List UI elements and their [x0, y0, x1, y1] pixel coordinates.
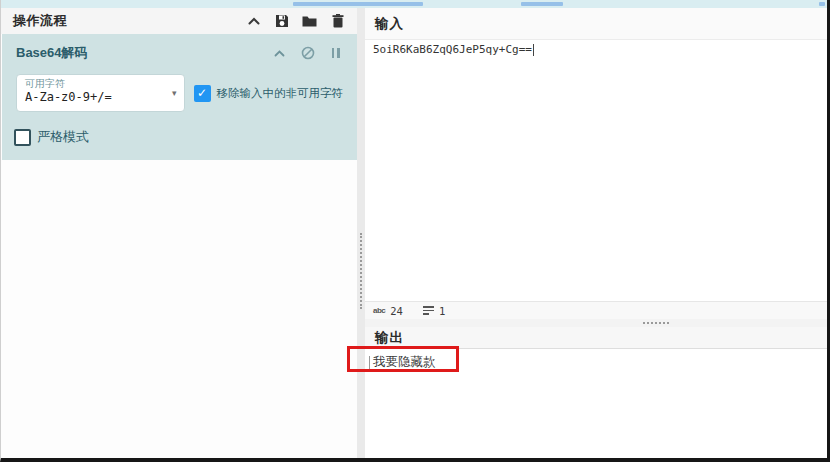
input-header: 输入	[365, 8, 827, 40]
alphabet-select-value: A-Za-z0-9+/=	[25, 90, 162, 105]
cyberchef-app: 操作流程	[0, 0, 830, 462]
operation-arguments: 可用字符 A-Za-z0-9+/= ▾ ✓ 移除输入中的非可用字符	[16, 74, 343, 112]
remove-non-alphabet-checkbox-row[interactable]: ✓ 移除输入中的非可用字符	[194, 85, 344, 102]
line-count-value: 1	[439, 305, 445, 317]
checkbox-checked-icon[interactable]: ✓	[194, 85, 211, 102]
collapse-operation-button[interactable]	[272, 46, 287, 61]
char-count-item: abc 24	[373, 305, 403, 317]
breakpoint-pause-icon[interactable]	[328, 46, 343, 61]
output-area[interactable]: 我要隐藏款	[365, 349, 827, 458]
strict-mode-checkbox-row[interactable]: 严格模式	[14, 128, 343, 146]
output-cursor	[369, 356, 370, 369]
splitter-grip-icon	[360, 233, 362, 309]
operation-title: Base64解码	[16, 44, 272, 62]
disable-icon	[301, 46, 315, 60]
operation-actions	[272, 46, 343, 61]
alphabet-select-label: 可用字符	[25, 78, 162, 90]
save-icon	[275, 14, 289, 28]
recipe-panel-actions	[246, 14, 345, 29]
save-recipe-button[interactable]	[274, 14, 289, 29]
collapse-recipe-button[interactable]	[246, 14, 261, 29]
recipe-panel-title: 操作流程	[13, 12, 246, 30]
main-layout: 操作流程	[1, 8, 827, 458]
chevron-up-icon	[274, 50, 285, 57]
io-panel: 输入 5oiR6KaB6ZqQ6JeP5qy+Cg== abc 24 1 输出	[365, 8, 827, 458]
line-count-icon	[423, 304, 434, 317]
recipe-drop-area[interactable]	[1, 160, 357, 458]
operation-base64-decode[interactable]: Base64解码	[2, 34, 357, 160]
line-count-item: 1	[423, 304, 445, 317]
load-recipe-button[interactable]	[302, 14, 317, 29]
trash-icon	[332, 14, 344, 28]
checkbox-unchecked-icon[interactable]	[14, 129, 31, 146]
output-header: 输出	[365, 327, 827, 349]
cropped-banner-text	[819, 2, 825, 6]
input-textarea[interactable]: 5oiR6KaB6ZqQ6JeP5qy+Cg==	[365, 40, 827, 301]
char-count-value: 24	[390, 305, 403, 317]
alphabet-select[interactable]: 可用字符 A-Za-z0-9+/= ▾	[16, 74, 185, 112]
output-title: 输出	[375, 329, 404, 347]
remove-non-alphabet-label: 移除输入中的非可用字符	[217, 86, 344, 101]
input-status-bar: abc 24 1	[365, 301, 827, 319]
cropped-banner-text	[521, 2, 563, 6]
output-text: 我要隐藏款	[373, 355, 436, 369]
recipe-panel-header: 操作流程	[1, 8, 357, 34]
splitter-grip-icon	[643, 322, 669, 324]
char-count-icon: abc	[373, 306, 385, 315]
chevron-down-icon: ▾	[172, 88, 177, 98]
disable-operation-button[interactable]	[300, 46, 315, 61]
cropped-top-banner	[1, 0, 827, 8]
horizontal-splitter[interactable]	[365, 319, 827, 327]
operation-header: Base64解码	[16, 44, 343, 62]
input-text: 5oiR6KaB6ZqQ6JeP5qy+Cg==	[373, 43, 532, 56]
strict-mode-label: 严格模式	[37, 128, 89, 146]
chevron-up-icon	[248, 17, 260, 25]
vertical-splitter[interactable]	[357, 8, 365, 458]
input-title: 输入	[375, 15, 404, 33]
text-cursor	[533, 44, 534, 56]
clear-recipe-button[interactable]	[330, 14, 345, 29]
cropped-banner-text	[293, 2, 423, 6]
folder-icon	[302, 15, 317, 27]
recipe-panel: 操作流程	[1, 8, 357, 458]
